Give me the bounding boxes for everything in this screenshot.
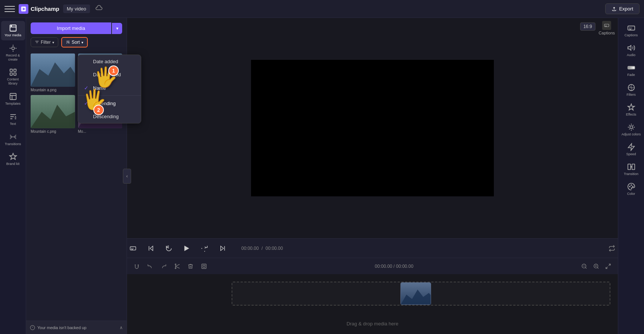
sidebar-item-brand-kit[interactable]: Brand kit	[1, 150, 25, 169]
filter-label: Filter	[41, 40, 51, 45]
media-thumbnail	[31, 53, 75, 87]
timeline-toolbar: 00:00.00 / 00:00.00	[127, 258, 618, 274]
media-thumbnail	[31, 95, 75, 128]
sort-option-label: Name	[93, 85, 106, 91]
sidebar-item-content-library[interactable]: Content library	[1, 65, 25, 89]
list-item[interactable]: Mountain a.png	[31, 53, 75, 92]
right-panel-audio[interactable]: Audio	[619, 41, 643, 60]
expand-timeline-button[interactable]	[603, 261, 613, 272]
sort-label: Sort	[72, 40, 80, 45]
sidebar-item-label: Templates	[5, 102, 21, 106]
skip-back-button[interactable]	[145, 242, 157, 254]
svg-marker-22	[185, 245, 189, 251]
filter-chevron-icon: ▾	[52, 40, 54, 45]
sort-option-label: Descending	[93, 114, 119, 119]
delete-button[interactable]	[185, 261, 196, 272]
clip-thumbnail	[401, 283, 431, 304]
app-logo[interactable]: Clipchamp	[19, 4, 59, 14]
project-name[interactable]: My video	[63, 4, 90, 13]
zoom-in-button[interactable]	[591, 261, 601, 272]
import-media-dropdown-button[interactable]: ▾	[112, 23, 122, 34]
undo-button[interactable]	[145, 261, 155, 272]
rewind-button[interactable]	[163, 242, 175, 254]
sort-option-name[interactable]: ✓ Name	[78, 81, 141, 95]
timeline-clip[interactable]	[400, 282, 431, 305]
video-preview-area: 16:9 Captions	[127, 18, 618, 238]
play-button[interactable]	[181, 242, 193, 254]
right-panel-effects[interactable]: Effects	[619, 100, 643, 119]
sidebar-item-label: Transitions	[5, 142, 21, 146]
right-panel: Captions Audio Fade Filters Effects Adju…	[618, 18, 644, 334]
svg-point-4	[12, 47, 14, 49]
svg-rect-51	[628, 164, 630, 170]
backup-chevron-icon[interactable]: ∧	[120, 325, 123, 330]
sort-option-date-added[interactable]: Date added	[78, 55, 141, 68]
timeline-track	[232, 282, 610, 306]
menu-icon[interactable]	[4, 4, 15, 14]
sidebar-item-label: Your media	[4, 33, 21, 37]
sort-option-label: Date created	[93, 72, 121, 77]
captions-label: Captions	[599, 31, 615, 35]
sort-dropdown-divider	[78, 95, 141, 96]
sidebar-item-label: Brand kit	[6, 162, 20, 166]
sidebar-item-transitions[interactable]: Transitions	[1, 130, 25, 149]
sort-chevron-icon: ▾	[81, 40, 83, 45]
right-panel-filters[interactable]: Filters	[619, 80, 643, 99]
playback-time-current: 00:00.00 / 00:00.00	[241, 246, 283, 251]
right-panel-label: Captions	[625, 33, 638, 37]
export-label: Export	[619, 6, 633, 12]
sort-option-date-created[interactable]: Date created	[78, 68, 141, 81]
svg-point-28	[175, 268, 176, 269]
right-panel-fade[interactable]: Fade	[619, 61, 643, 80]
topbar: Clipchamp My video Export	[0, 0, 644, 18]
app-name: Clipchamp	[31, 6, 59, 12]
cut-button[interactable]	[172, 261, 182, 272]
import-media-button[interactable]: Import media	[31, 22, 111, 34]
svg-marker-47	[628, 46, 631, 50]
right-panel-speed[interactable]: Speed	[619, 140, 643, 159]
zoom-out-button[interactable]	[579, 261, 589, 272]
media-panel: Import media ▾ Filter ▾ Sort ▾	[26, 18, 127, 334]
right-panel-transition[interactable]: Transition	[619, 160, 643, 179]
right-panel-label: Adjust colors	[622, 132, 641, 136]
cloud-icon	[95, 4, 103, 13]
loop-button[interactable]	[606, 242, 618, 254]
export-button[interactable]: Export	[605, 3, 640, 14]
sidebar-item-your-media[interactable]: Your media	[1, 21, 25, 40]
playback-controls: 00:00.00 / 00:00.00	[127, 238, 618, 258]
sidebar-item-record[interactable]: Record & create	[1, 41, 25, 65]
icon-nav: Your media Record & create Content libra…	[0, 18, 26, 334]
sort-option-ascending[interactable]: ✓ Ascending	[78, 96, 141, 110]
magnet-tool-button[interactable]	[131, 261, 142, 272]
backup-status-text: Your media isn't backed up	[37, 325, 117, 330]
save-frame-button[interactable]	[199, 261, 209, 272]
redo-button[interactable]	[158, 261, 169, 272]
media-item-name: Mountain a.png	[31, 88, 75, 92]
timeline-time-display: 00:00.00 / 00:00.00	[212, 264, 576, 269]
sort-option-label: Ascending	[93, 101, 116, 106]
filter-icon	[35, 40, 39, 45]
aspect-ratio-badge[interactable]: 16:9	[580, 22, 595, 31]
svg-line-39	[597, 267, 598, 269]
right-panel-label: Color	[627, 192, 635, 196]
sort-button[interactable]: Sort ▾	[61, 37, 88, 48]
right-panel-captions[interactable]: Captions	[619, 21, 643, 40]
skip-forward-button[interactable]	[217, 242, 229, 254]
svg-rect-6	[13, 69, 16, 71]
fast-forward-button[interactable]	[199, 242, 211, 254]
captions-button[interactable]: Captions	[599, 21, 615, 35]
filter-button[interactable]: Filter ▾	[31, 37, 58, 47]
right-panel-adjust-colors[interactable]: Adjust colors	[619, 120, 643, 139]
sidebar-item-text[interactable]: Text	[1, 110, 25, 129]
list-item[interactable]: Mountain c.png	[31, 95, 75, 134]
right-panel-color[interactable]: Color	[619, 180, 643, 199]
right-panel-label: Fade	[627, 73, 635, 77]
svg-rect-33	[202, 264, 206, 269]
sort-icon	[66, 40, 70, 45]
sort-option-descending[interactable]: Descending	[78, 110, 141, 123]
sidebar-item-templates[interactable]: Templates	[1, 89, 25, 109]
collapse-panel-button[interactable]: ‹	[123, 169, 131, 184]
caption-subtitles-button[interactable]	[127, 242, 139, 254]
sort-option-label: Date added	[93, 59, 118, 64]
media-item-name: Mo...	[78, 129, 123, 134]
